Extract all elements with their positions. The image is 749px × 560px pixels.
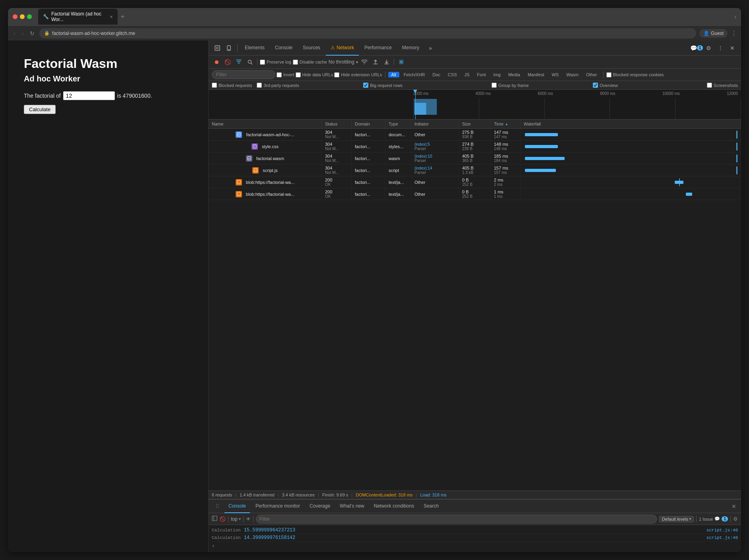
table-row[interactable]: W factorial.wasm 304 Not M... factori... xyxy=(209,153,741,164)
disable-cache-checkbox[interactable] xyxy=(293,60,298,65)
hide-ext-urls-checkbox[interactable] xyxy=(334,72,339,77)
console-sidebar-icon[interactable] xyxy=(212,516,217,522)
console-link-2[interactable]: script.js:40 xyxy=(706,535,738,540)
blocked-requests-label[interactable]: Blocked requests xyxy=(212,83,252,88)
tab-console[interactable]: Console xyxy=(270,41,297,56)
settings-icon-btn[interactable] xyxy=(397,57,406,67)
more-tools-btn[interactable]: » xyxy=(425,42,436,54)
table-row[interactable]: JS script.js 304 Not M... factori... xyxy=(209,164,741,176)
blocked-requests-checkbox[interactable] xyxy=(212,83,217,88)
tab-whats-new[interactable]: What's new xyxy=(336,500,368,513)
overview-label[interactable]: Overview xyxy=(593,83,618,88)
col-waterfall[interactable]: Waterfall xyxy=(521,120,741,128)
close-devtools-btn[interactable]: ✕ xyxy=(727,42,738,54)
tab-coverage[interactable]: Coverage xyxy=(306,500,334,513)
console-filter-input[interactable] xyxy=(256,515,657,523)
preserve-log-checkbox[interactable] xyxy=(260,60,265,65)
default-levels-btn[interactable]: Default levels ▾ xyxy=(659,516,694,522)
tab-close-btn[interactable]: ✕ xyxy=(110,15,113,19)
table-row[interactable]: </> blob:https://factorial-wa... 200 OK … xyxy=(209,176,741,188)
tab-performance[interactable]: Performance xyxy=(360,41,397,56)
col-size[interactable]: Size xyxy=(459,120,491,128)
customize-btn[interactable]: ⋮ xyxy=(715,42,726,54)
download-btn[interactable] xyxy=(382,57,391,67)
devtools-device-btn[interactable] xyxy=(224,42,235,54)
factorial-input[interactable] xyxy=(63,91,115,100)
big-rows-label[interactable]: Big request rows xyxy=(363,83,403,88)
filter-wasm-btn[interactable]: Wasm xyxy=(563,72,582,77)
back-btn[interactable]: ‹ xyxy=(12,29,17,38)
active-tab[interactable]: 🔧 Factorial Wasm (ad hoc Wor... ✕ xyxy=(38,9,118,25)
console-clear-btn[interactable]: 🚫 xyxy=(220,516,226,522)
context-chevron[interactable]: ▾ xyxy=(239,517,241,521)
forward-btn[interactable]: › xyxy=(20,29,25,38)
close-button[interactable] xyxy=(13,14,17,19)
group-by-frame-checkbox[interactable] xyxy=(492,83,497,88)
big-rows-checkbox[interactable] xyxy=(363,83,368,88)
col-initiator[interactable]: Initiator xyxy=(411,120,459,128)
tab-search[interactable]: Search xyxy=(420,500,443,513)
settings-btn[interactable]: ⚙ xyxy=(703,42,714,54)
url-bar[interactable]: 🔒 factorial-wasm-ad-hoc-worker.glitch.me xyxy=(39,28,696,39)
calculate-btn[interactable]: Calculate xyxy=(24,105,56,114)
tab-sources[interactable]: Sources xyxy=(298,41,325,56)
filter-doc-btn[interactable]: Doc xyxy=(430,72,444,77)
issues-btn[interactable]: 💬 1 xyxy=(691,42,702,54)
guest-btn[interactable]: 👤 Guest xyxy=(699,29,728,38)
invert-checkbox[interactable] xyxy=(277,72,282,77)
tab-memory[interactable]: Memory xyxy=(397,41,424,56)
col-type[interactable]: Type xyxy=(385,120,411,128)
minimize-button[interactable] xyxy=(20,14,25,19)
filter-img-btn[interactable]: Img xyxy=(490,72,504,77)
console-eye-btn[interactable]: 👁 xyxy=(246,516,251,522)
third-party-checkbox[interactable] xyxy=(257,83,262,88)
blocked-cookies-checkbox[interactable] xyxy=(606,72,612,77)
hide-ext-urls-label[interactable]: Hide extension URLs xyxy=(334,72,382,77)
reload-btn[interactable]: ↻ xyxy=(28,29,36,38)
console-settings-btn[interactable]: ⚙ xyxy=(733,516,738,522)
tab-performance-monitor[interactable]: Performance monitor xyxy=(252,500,304,513)
maximize-button[interactable] xyxy=(27,14,32,19)
wifi-btn[interactable] xyxy=(360,57,369,67)
search-btn[interactable] xyxy=(245,57,255,67)
table-row[interactable]: </> blob:https://factorial-wa... 200 OK … xyxy=(209,188,741,200)
new-tab-btn[interactable]: + xyxy=(119,12,126,22)
filter-media-btn[interactable]: Media xyxy=(505,72,523,77)
disable-cache-label[interactable]: Disable cache xyxy=(293,60,327,65)
group-by-frame-label[interactable]: Group by frame xyxy=(492,83,528,88)
third-party-label[interactable]: 3rd-party requests xyxy=(257,83,299,88)
more-options-btn[interactable]: ⋮ xyxy=(731,29,737,37)
col-time[interactable]: Time ▲ xyxy=(491,120,521,128)
upload-btn[interactable] xyxy=(371,57,380,67)
col-status[interactable]: Status xyxy=(322,120,352,128)
filter-all-btn[interactable]: All xyxy=(388,72,399,77)
invert-label[interactable]: Invert xyxy=(277,72,294,77)
filter-btn[interactable] xyxy=(234,57,244,67)
overview-checkbox[interactable] xyxy=(593,83,598,88)
tab-network-conditions[interactable]: Network conditions xyxy=(370,500,418,513)
tab-network[interactable]: ⚠ Network xyxy=(326,41,359,56)
filter-font-btn[interactable]: Font xyxy=(474,72,489,77)
tab-elements[interactable]: Elements xyxy=(240,41,269,56)
hide-data-urls-checkbox[interactable] xyxy=(296,72,301,77)
devtools-inspect-btn[interactable] xyxy=(212,42,223,54)
table-row[interactable]: style.css 304 Not M... factori... styles… xyxy=(209,141,741,153)
record-btn[interactable]: ⏺ xyxy=(212,57,221,67)
preserve-log-label[interactable]: Preserve log xyxy=(260,60,291,65)
filter-other-btn[interactable]: Other xyxy=(583,72,600,77)
filter-js-btn[interactable]: JS xyxy=(461,72,473,77)
filter-input[interactable] xyxy=(212,70,275,79)
table-row[interactable]: factorial-wasm-ad-hoc-... 304 Not M... f… xyxy=(209,129,741,141)
filter-ws-btn[interactable]: WS xyxy=(548,72,562,77)
col-name[interactable]: Name xyxy=(209,120,322,128)
filter-css-btn[interactable]: CSS xyxy=(445,72,460,77)
col-domain[interactable]: Domain xyxy=(352,120,385,128)
filter-fetch-btn[interactable]: Fetch/XHR xyxy=(401,72,428,77)
hide-data-urls-label[interactable]: Hide data URLs xyxy=(296,72,333,77)
screenshots-label[interactable]: Screenshots xyxy=(707,83,738,88)
blocked-cookies-label[interactable]: Blocked response cookies xyxy=(606,72,664,77)
console-tab-main[interactable]: Console xyxy=(225,500,250,513)
issues-count-btn[interactable]: 1 Issue 💬 1 xyxy=(699,516,728,521)
console-link-1[interactable]: script.js:40 xyxy=(706,528,738,533)
close-console-panel-btn[interactable]: ✕ xyxy=(730,502,738,511)
